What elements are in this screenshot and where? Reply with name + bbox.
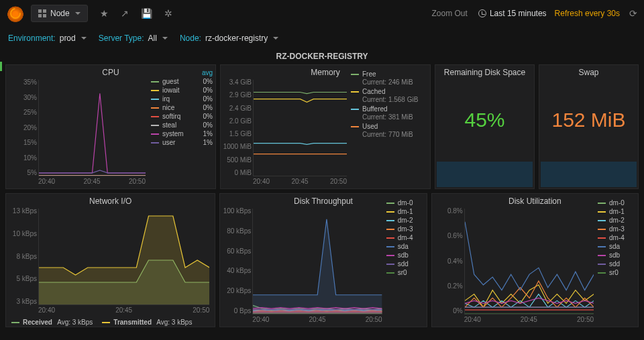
legend-item[interactable]: user1% xyxy=(151,139,213,146)
x-axis: 20:4020:4520:50 xyxy=(253,178,347,186)
legend-item[interactable]: Received Avg: 3 kBps xyxy=(11,319,93,326)
x-axis: 20:4020:4520:50 xyxy=(252,316,382,324)
legend-item[interactable]: sdb xyxy=(386,251,424,259)
settings-icon[interactable]: ✲ xyxy=(164,8,172,19)
top-nav: Node ★ ↗ 💾 ✲ Zoom Out Last 15 minutes Re… xyxy=(0,0,644,27)
panel-disk-throughput[interactable]: Disk Throughput 100 kBps80 kBps60 kBps40… xyxy=(219,193,427,327)
panel-network-io[interactable]: Network I/O 13 kBps10 kBps8 kBps5 kBps3 … xyxy=(5,193,215,327)
y-axis: 100 kBps80 kBps60 kBps40 kBps20 kBps0 Bp… xyxy=(221,207,252,315)
plot-area xyxy=(464,209,594,315)
legend-item[interactable]: sdd xyxy=(598,260,635,268)
grid-icon xyxy=(38,9,46,17)
legend-item[interactable]: dm-3 xyxy=(386,225,424,233)
legend-item[interactable]: sdb xyxy=(598,251,635,259)
legend: Received Avg: 3 kBpsTransmitted Avg: 3 k… xyxy=(11,319,209,326)
panel-disk-utilization[interactable]: Disk Utilization 0.8%0.6%0.4%0.2%0% 20:4… xyxy=(431,193,639,327)
legend-item[interactable]: Free xyxy=(351,70,427,78)
template-variables: Environment: prod Server Type: All Node:… xyxy=(0,27,644,50)
row-title: RZ-DOCKER-REGISTRY xyxy=(5,52,639,61)
panel-swap[interactable]: Swap 152 MiB xyxy=(539,64,639,189)
legend-item[interactable]: dm-4 xyxy=(598,234,635,241)
chevron-down-icon xyxy=(81,37,87,40)
legend: dm-0dm-1dm-2dm-3dm-4sdasdbsddsr0 xyxy=(598,198,635,278)
legend-item[interactable]: dm-2 xyxy=(386,217,424,224)
clock-icon xyxy=(478,9,486,17)
var-server-type[interactable]: Server Type: All xyxy=(99,34,168,43)
legend-item[interactable]: dm-1 xyxy=(386,208,424,215)
grafana-logo-icon[interactable] xyxy=(7,5,24,22)
y-axis: 3.4 GiB2.9 GiB2.4 GiB2.0 GiB1.5 GiB1000 … xyxy=(222,78,253,176)
row-handle[interactable] xyxy=(0,62,2,71)
plot-area xyxy=(252,209,382,315)
legend-item[interactable]: dm-4 xyxy=(386,234,424,241)
panel-title: Network I/O xyxy=(6,194,215,207)
share-icon[interactable]: ↗ xyxy=(121,8,129,19)
legend-item[interactable]: sr0 xyxy=(598,269,635,276)
chevron-down-icon xyxy=(273,37,278,40)
legend-item[interactable]: Buffered xyxy=(351,105,427,113)
y-axis: 0.8%0.6%0.4%0.2%0% xyxy=(433,207,464,315)
refresh-interval[interactable]: Refresh every 30s xyxy=(555,9,620,18)
legend: dm-0dm-1dm-2dm-3dm-4sdasdbsddsr0 xyxy=(386,198,424,278)
plot-area xyxy=(38,209,209,305)
panel-disk-space[interactable]: Remaining Disk Space 45% xyxy=(435,64,535,189)
legend-header: avg xyxy=(151,69,213,76)
legend-item[interactable]: dm-0 xyxy=(598,199,635,207)
dashboard-name: Node xyxy=(50,9,70,18)
zoom-out-button[interactable]: Zoom Out xyxy=(432,9,468,18)
save-icon[interactable]: 💾 xyxy=(141,8,152,19)
var-environment[interactable]: Environment: prod xyxy=(8,34,87,43)
legend-item[interactable]: system1% xyxy=(151,130,213,137)
legend-item[interactable]: dm-1 xyxy=(598,208,635,215)
sparkline xyxy=(541,162,637,187)
y-axis: 13 kBps10 kBps8 kBps5 kBps3 kBps xyxy=(7,207,38,305)
legend: avg guest0%iowait0%irq0%nice0%softirq0%s… xyxy=(151,69,213,148)
singlestat-value: 152 MiB xyxy=(539,78,638,162)
legend-item[interactable]: sda xyxy=(386,243,424,250)
panel-memory[interactable]: Memory 3.4 GiB2.9 GiB2.4 GiB2.0 GiB1.5 G… xyxy=(220,64,431,189)
legend-item[interactable]: dm-2 xyxy=(598,217,635,224)
panel-title: Remaining Disk Space xyxy=(435,65,534,78)
legend-item[interactable]: softirq0% xyxy=(151,113,213,120)
legend: FreeCurrent: 246 MiBCachedCurrent: 1.568… xyxy=(351,69,427,140)
legend-item[interactable]: dm-0 xyxy=(386,199,424,207)
row-2: Network I/O 13 kBps10 kBps8 kBps5 kBps3 … xyxy=(5,193,639,327)
legend-item[interactable]: irq0% xyxy=(151,95,213,103)
x-axis: 20:4020:4520:50 xyxy=(464,316,594,324)
chevron-down-icon xyxy=(162,37,168,40)
legend-item[interactable]: Cached xyxy=(351,88,427,95)
x-axis: 20:4020:4520:50 xyxy=(38,306,209,315)
plot-area xyxy=(38,80,146,176)
x-axis: 20:4020:4520:50 xyxy=(38,178,146,186)
time-range-label: Last 15 minutes xyxy=(490,9,547,18)
legend-item[interactable]: Transmitted Avg: 3 kBps xyxy=(102,319,192,326)
legend-item[interactable]: steal0% xyxy=(151,121,213,129)
y-axis: 35%30%25%20%15%10%5% xyxy=(7,78,38,176)
legend-item[interactable]: iowait0% xyxy=(151,87,213,94)
time-range-picker[interactable]: Last 15 minutes xyxy=(478,9,547,18)
var-node[interactable]: Node: rz-docker-registry xyxy=(180,34,278,43)
legend-item[interactable]: sda xyxy=(598,243,635,250)
dashboard-picker[interactable]: Node xyxy=(31,5,88,22)
legend-item[interactable]: sdd xyxy=(386,260,424,268)
singlestat-value: 45% xyxy=(435,78,534,162)
legend-item[interactable]: nice0% xyxy=(151,104,213,111)
star-icon[interactable]: ★ xyxy=(100,8,109,19)
legend-item[interactable]: dm-3 xyxy=(598,225,635,233)
legend-item[interactable]: guest0% xyxy=(151,78,213,85)
legend-item[interactable]: Used xyxy=(351,123,427,130)
row-1: CPU 35%30%25%20%15%10%5% 20:4020:4520:50… xyxy=(5,64,639,189)
panel-cpu[interactable]: CPU 35%30%25%20%15%10%5% 20:4020:4520:50… xyxy=(5,64,216,189)
chevron-down-icon xyxy=(75,12,80,15)
legend-item[interactable]: sr0 xyxy=(386,269,424,276)
panel-title: Swap xyxy=(539,65,638,78)
refresh-icon[interactable]: ⟳ xyxy=(629,8,637,19)
plot-area xyxy=(253,80,347,176)
sparkline xyxy=(437,162,533,187)
